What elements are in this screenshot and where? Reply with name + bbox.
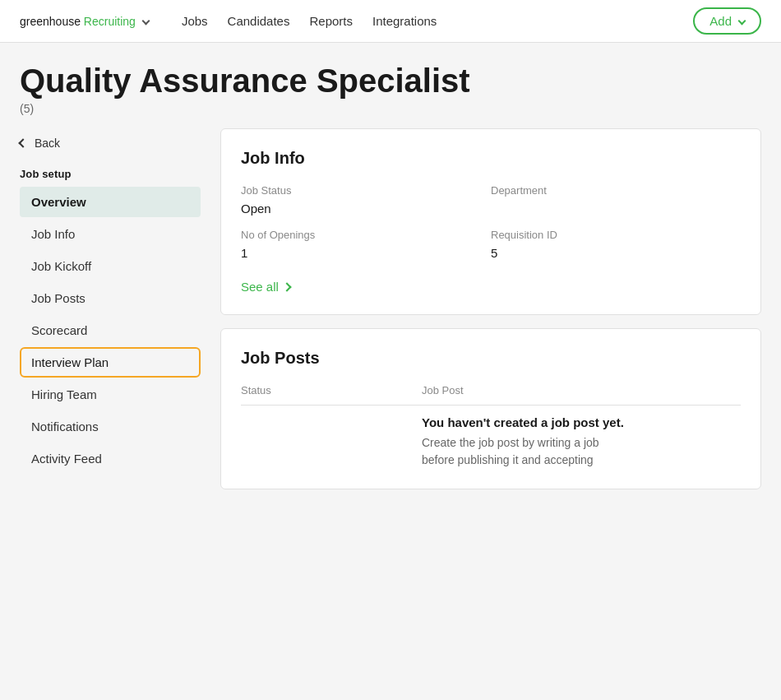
- page-header: Quality Assurance Specialist (5): [0, 43, 781, 122]
- job-posts-card: Job Posts Status Job Post You haven't cr…: [220, 328, 761, 489]
- brand: greenhouse Recruiting: [20, 15, 149, 28]
- sidebar-section-label: Job setup: [20, 158, 201, 187]
- sidebar-item-job-kickoff[interactable]: Job Kickoff: [20, 251, 201, 281]
- nav-reports[interactable]: Reports: [309, 14, 353, 28]
- content-area: Job Info Job Status Open Department No o…: [220, 128, 761, 489]
- brand-dropdown-icon[interactable]: [141, 17, 150, 25]
- field-job-status-value: Open: [241, 202, 491, 216]
- field-department-label: Department: [491, 184, 741, 197]
- sidebar-item-job-info[interactable]: Job Info: [20, 219, 201, 249]
- main-layout: Back Job setup Overview Job Info Job Kic…: [0, 122, 781, 509]
- back-link[interactable]: Back: [20, 128, 201, 158]
- add-dropdown-icon: [738, 17, 746, 25]
- field-department: Department: [491, 184, 741, 216]
- field-openings: No of Openings 1: [241, 229, 491, 260]
- field-openings-label: No of Openings: [241, 229, 491, 241]
- col-jobpost-header: Job Post: [422, 384, 741, 396]
- job-info-row-2: No of Openings 1 Requisition ID 5: [241, 229, 741, 260]
- col-status-header: Status: [241, 384, 422, 396]
- sidebar-item-job-posts[interactable]: Job Posts: [20, 283, 201, 313]
- page-subtitle: (5): [20, 102, 761, 115]
- nav-links: Jobs Candidates Reports Integrations: [182, 14, 437, 28]
- job-info-card: Job Info Job Status Open Department No o…: [220, 128, 761, 315]
- add-button[interactable]: Add: [693, 7, 761, 35]
- nav-jobs[interactable]: Jobs: [182, 14, 208, 28]
- sidebar-item-activity-feed[interactable]: Activity Feed: [20, 443, 201, 474]
- field-openings-value: 1: [241, 246, 491, 260]
- job-info-title: Job Info: [241, 149, 741, 168]
- nav-integrations[interactable]: Integrations: [372, 14, 437, 28]
- sidebar-item-hiring-team[interactable]: Hiring Team: [20, 379, 201, 410]
- job-info-row-1: Job Status Open Department: [241, 184, 741, 216]
- sidebar-item-overview[interactable]: Overview: [20, 187, 201, 217]
- see-all-icon: [282, 282, 291, 291]
- see-all-link[interactable]: See all: [241, 280, 290, 294]
- sidebar-item-notifications[interactable]: Notifications: [20, 411, 201, 442]
- nav-candidates[interactable]: Candidates: [228, 14, 290, 28]
- field-job-status: Job Status Open: [241, 184, 491, 216]
- job-posts-table-header: Status Job Post: [241, 384, 741, 406]
- sidebar: Back Job setup Overview Job Info Job Kic…: [20, 128, 201, 489]
- sidebar-item-scorecard[interactable]: Scorecard: [20, 315, 201, 345]
- top-navigation: greenhouse Recruiting Jobs Candidates Re…: [0, 0, 781, 43]
- field-req-id-label: Requisition ID: [491, 229, 741, 241]
- page-title: Quality Assurance Specialist: [20, 63, 761, 99]
- job-posts-title: Job Posts: [241, 349, 741, 368]
- field-req-id-value: 5: [491, 246, 741, 260]
- no-posts-title: You haven't created a job post yet.: [422, 415, 741, 429]
- sidebar-item-interview-plan[interactable]: Interview Plan: [20, 347, 201, 378]
- no-posts-content: You haven't created a job post yet. Crea…: [422, 415, 741, 469]
- no-posts-row: You haven't created a job post yet. Crea…: [241, 415, 741, 469]
- no-posts-status-col: [241, 415, 422, 469]
- no-posts-desc: Create the job post by writing a job bef…: [422, 434, 741, 469]
- brand-logo: greenhouse Recruiting: [20, 15, 136, 28]
- back-icon: [18, 138, 27, 147]
- field-job-status-label: Job Status: [241, 184, 491, 197]
- field-requisition-id: Requisition ID 5: [491, 229, 741, 260]
